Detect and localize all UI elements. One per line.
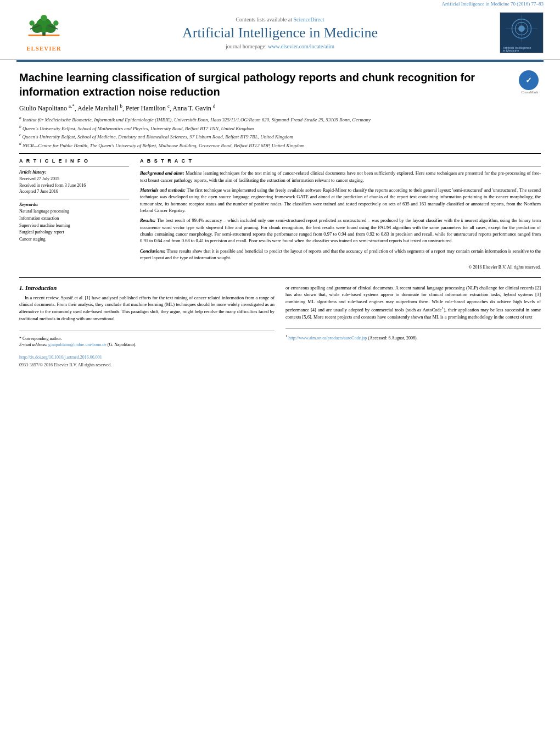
keyword-5: Cancer staging [19, 236, 129, 243]
elsevier-tree-icon [25, 14, 63, 44]
accepted-date: Accepted 7 June 2016 [19, 188, 129, 194]
journal-homepage: journal homepage: www.elsevier.com/locat… [71, 43, 489, 49]
sciencedirect-anchor[interactable]: ScienceDirect [293, 16, 324, 23]
journal-cover-image: Artificial Intelligence in Medicine [500, 12, 544, 53]
footnote-right: 1 http://www.aim.on.ca/products/autoCode… [285, 328, 541, 341]
article-info-label: A R T I C L E I N F O [19, 158, 129, 164]
affiliation-a: a Institut für Medizinische Biometrie, I… [19, 115, 541, 124]
keywords-label: Keywords: [19, 202, 129, 207]
footnote-ref-1: 1 [442, 306, 444, 310]
abstract-column: A B S T R A C T Background and aims: Mac… [140, 158, 541, 270]
body-divider [19, 277, 541, 278]
keyword-2: Information extraction [19, 215, 129, 222]
main-content: Machine learning classification of surgi… [0, 62, 560, 378]
body-right-para1: or erroneous spelling and grammar of cli… [285, 284, 541, 321]
elsevier-logo: ELSEVIER [16, 14, 71, 52]
body-right-column: or erroneous spelling and grammar of cli… [285, 284, 541, 367]
affiliation-c: c Queen's University Belfast, School of … [19, 132, 541, 141]
crossmark-badge: ✓ CrossMark [519, 70, 541, 92]
body-content: 1. Introduction In a recent review, Spas… [19, 284, 541, 367]
journal-citation: Artificial Intelligence in Medicine 70 (… [442, 1, 544, 7]
footnote-left: * Corresponding author. E-mail address: … [19, 331, 275, 367]
abstract-divider [140, 166, 541, 167]
received-date: Received 27 July 2015 [19, 176, 129, 182]
svg-point-9 [41, 15, 47, 21]
body-right-text: or erroneous spelling and grammar of cli… [285, 284, 541, 321]
authors-line: Giulio Napolitano a,*, Adele Marshall b,… [19, 103, 541, 113]
crossmark-icon: ✓ [519, 70, 539, 90]
copyright-footer: 0933-3657/© 2016 Elsevier B.V. All right… [19, 362, 275, 367]
info-divider-mid [19, 199, 129, 199]
received-revised-date: Received in revised form 3 June 2016 [19, 182, 129, 188]
crossmark-label: CrossMark [519, 90, 541, 94]
abstract-content: Background and aims: Machine learning te… [140, 170, 541, 270]
elsevier-brand-text: ELSEVIER [26, 45, 61, 52]
abstract-background: Background and aims: Machine learning te… [140, 170, 541, 183]
methods-label: Materials and methods: [140, 187, 186, 193]
keywords-section: Keywords: Natural language processing In… [19, 202, 129, 243]
body-left-column: 1. Introduction In a recent review, Spas… [19, 284, 275, 367]
abstract-label: A B S T R A C T [140, 158, 541, 164]
keywords-list: Natural language processing Information … [19, 208, 129, 243]
abstract-conclusions: Conclusions: These results show that it … [140, 248, 541, 261]
info-divider-top [19, 166, 129, 167]
publisher-logo-area: ELSEVIER [16, 14, 71, 52]
autocode-link[interactable]: http://www.aim.on.ca/products/autoCode.j… [288, 336, 367, 341]
article-title: Machine learning classification of surgi… [19, 70, 511, 99]
corresponding-author-note: * Corresponding author. [19, 336, 275, 342]
affiliations: a Institut für Medizinische Biometrie, I… [19, 115, 541, 149]
affiliation-d: d NICR—Centre for Public Health, The Que… [19, 141, 541, 149]
abstract-results: Results: The best result of 99.4% accura… [140, 217, 541, 244]
svg-point-7 [29, 20, 34, 25]
article-title-section: Machine learning classification of surgi… [19, 70, 541, 99]
article-history: Article history: Received 27 July 2015 R… [19, 170, 129, 194]
abstract-copyright: © 2016 Elsevier B.V. All rights reserved… [140, 264, 541, 271]
journal-citation-bar: Artificial Intelligence in Medicine 70 (… [0, 0, 560, 8]
author2-sup: b [120, 103, 122, 109]
email-note: E-mail address: g.napolitano@imbie.uni-b… [19, 342, 275, 348]
section1-title: 1. Introduction [19, 284, 275, 291]
journal-header: ELSEVIER Contents lists available at Sci… [0, 8, 560, 60]
abstract-methods: Materials and methods: The first techniq… [140, 187, 541, 214]
background-label: Background and aims: [140, 170, 184, 176]
header-divider [19, 153, 541, 154]
article-info-column: A R T I C L E I N F O Article history: R… [19, 158, 129, 270]
keyword-4: Surgical pathology report [19, 229, 129, 236]
sciencedirect-link: Contents lists available at ScienceDirec… [71, 16, 489, 23]
homepage-url[interactable]: www.elsevier.com/locate/aiim [268, 43, 334, 49]
author-email-link[interactable]: g.napolitano@imbie.uni-bonn.de [48, 342, 107, 347]
body-left-text: In a recent review, Spasič et al. [1] ha… [19, 294, 275, 322]
affiliation-b: b Queen's University Belfast, School of … [19, 124, 541, 132]
article-info-abstract-section: A R T I C L E I N F O Article history: R… [19, 158, 541, 270]
cover-pattern-icon: Artificial Intelligence in Medicine [500, 13, 543, 53]
journal-cover-area: Artificial Intelligence in Medicine [489, 12, 544, 53]
journal-title-area: Contents lists available at ScienceDirec… [71, 16, 489, 49]
svg-text:in Medicine: in Medicine [503, 49, 519, 52]
conclusions-label: Conclusions: [140, 248, 165, 254]
journal-main-title: Artificial Intelligence in Medicine [71, 25, 489, 41]
keyword-1: Natural language processing [19, 208, 129, 215]
results-label: Results: [140, 217, 155, 223]
doi-area: http://dx.doi.org/10.1016/j.artmed.2016.… [19, 351, 275, 361]
keyword-3: Supervised machine learning [19, 222, 129, 230]
author3-sup: c [167, 103, 170, 109]
history-label: Article history: [19, 170, 129, 175]
author1-sup: a,* [69, 103, 75, 109]
svg-point-8 [53, 20, 58, 25]
footnote-1: 1 http://www.aim.on.ca/products/autoCode… [285, 333, 541, 341]
page: Artificial Intelligence in Medicine 70 (… [0, 0, 560, 742]
footnote-1-marker: 1 [285, 334, 287, 338]
body-left-para1: In a recent review, Spasič et al. [1] ha… [19, 294, 275, 322]
doi-link[interactable]: http://dx.doi.org/10.1016/j.artmed.2016.… [19, 355, 102, 360]
while-word: while [435, 231, 445, 237]
author4-sup: d [213, 103, 216, 109]
